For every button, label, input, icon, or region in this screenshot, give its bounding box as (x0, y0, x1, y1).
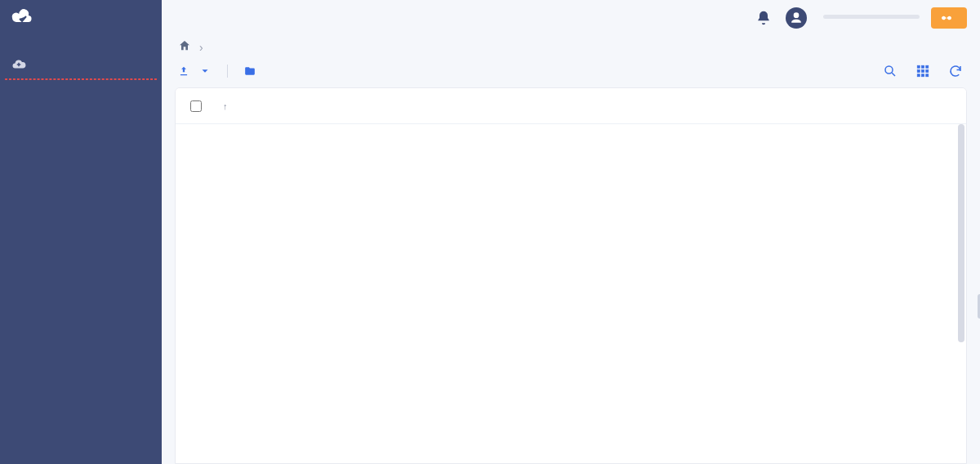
topbar (162, 0, 980, 36)
main: › ↑ (162, 0, 980, 464)
notifications-button[interactable] (753, 7, 774, 29)
breadcrumb-separator: › (199, 41, 203, 54)
search-icon (883, 64, 898, 78)
highlighted-dropbox-group (5, 78, 157, 80)
col-header-name[interactable]: ↑ (216, 101, 693, 111)
bell-icon (755, 10, 772, 26)
traffic-bar (823, 15, 920, 19)
sort-asc-icon: ↑ (223, 101, 228, 111)
folder-plus-icon (244, 65, 256, 77)
svg-rect-6 (926, 70, 929, 73)
account-button[interactable] (786, 7, 807, 29)
svg-rect-2 (922, 65, 924, 68)
grid-icon (915, 64, 930, 78)
new-folder-button[interactable] (244, 65, 261, 77)
action-bar (162, 61, 980, 87)
svg-rect-4 (917, 70, 920, 73)
refresh-icon (948, 64, 963, 78)
upload-icon (178, 65, 189, 77)
svg-rect-9 (926, 74, 929, 77)
logo-mark-icon (10, 8, 34, 26)
svg-rect-3 (926, 65, 929, 68)
search-button[interactable] (882, 63, 898, 79)
svg-point-0 (885, 66, 893, 74)
sidebar (0, 0, 162, 464)
plan-badge-button[interactable] (931, 7, 967, 29)
chevron-down-icon (199, 65, 211, 77)
grid-view-button[interactable] (915, 63, 931, 79)
sidebar-heading-drives (0, 42, 162, 52)
infinity-icon (941, 12, 952, 24)
logo[interactable] (0, 0, 162, 33)
divider (227, 65, 228, 78)
scrollbar-thumb[interactable] (958, 124, 964, 342)
user-icon (788, 10, 804, 26)
breadcrumb: › (162, 36, 980, 61)
traffic-meter (823, 15, 920, 21)
upload-file-button[interactable] (178, 65, 211, 77)
breadcrumb-home[interactable] (178, 39, 191, 55)
home-icon (178, 39, 191, 52)
sidebar-item-add-cloud[interactable] (0, 52, 162, 77)
svg-rect-5 (922, 70, 924, 73)
refresh-button[interactable] (947, 63, 964, 79)
cloud-plus-icon (11, 57, 26, 72)
file-table: ↑ (175, 87, 967, 464)
svg-rect-7 (917, 74, 920, 77)
select-all-checkbox[interactable] (190, 100, 202, 112)
table-header: ↑ (176, 88, 966, 124)
svg-rect-8 (922, 74, 924, 77)
scrollbar[interactable] (958, 124, 964, 460)
svg-rect-1 (917, 65, 920, 68)
sidebar-heading-common (0, 33, 162, 42)
